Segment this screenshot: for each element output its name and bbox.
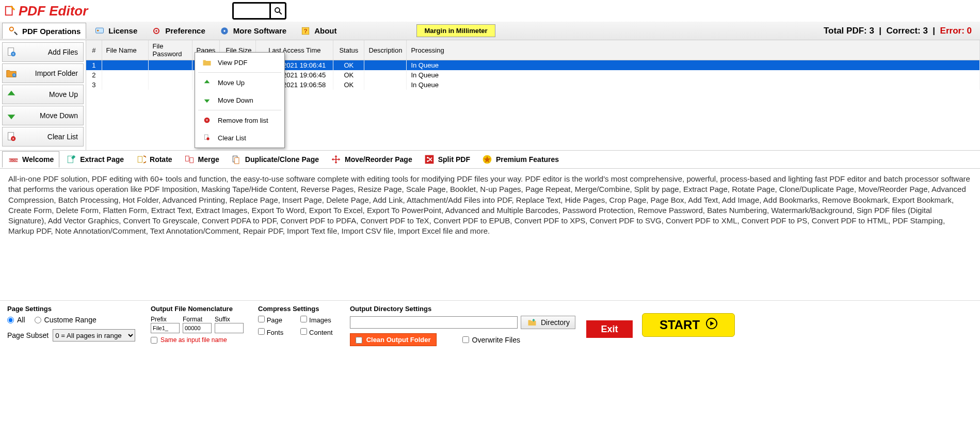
exit-button[interactable]: Exit <box>586 320 633 338</box>
chk-content[interactable]: Content <box>300 328 341 336</box>
svg-point-1 <box>275 8 280 12</box>
svg-rect-31 <box>235 158 239 164</box>
subset-select[interactable]: 0 = All pages in range <box>53 329 135 342</box>
directory-button[interactable]: Directory <box>521 316 575 329</box>
bottom-panel: Page Settings All Custome Range Page Sub… <box>0 300 980 350</box>
tab-premium[interactable]: Premium Features <box>476 152 564 167</box>
split-icon <box>424 154 435 165</box>
menu-pdf-operations[interactable]: PDF Operations <box>2 23 86 39</box>
suffix-input[interactable] <box>215 323 244 333</box>
radio-all[interactable]: All <box>7 316 25 324</box>
pdf-editor-icon <box>4 5 15 17</box>
svg-text:+: + <box>12 52 14 57</box>
ctx-move-down[interactable]: Move Down <box>196 91 283 109</box>
folder-icon: + <box>6 68 17 79</box>
compress-group: Compress Settings Page Images Fonts Cont… <box>258 305 341 336</box>
chk-page[interactable]: Page <box>258 316 291 324</box>
move-up-button[interactable]: Move Up <box>2 85 84 104</box>
separator <box>198 110 281 110</box>
svg-rect-27 <box>138 156 142 162</box>
add-files-button[interactable]: + Add Files <box>2 42 84 62</box>
svg-rect-4 <box>96 28 104 33</box>
app-logo: PDF Editor <box>4 3 88 19</box>
tab-duplicate[interactable]: Duplicate/Clone Page <box>226 152 324 167</box>
menu-about[interactable]: ? About <box>294 23 342 39</box>
svg-point-7 <box>156 30 157 31</box>
same-as-input-checkbox[interactable] <box>151 337 157 344</box>
subset-label: Page Subset <box>7 331 49 339</box>
svg-text:×: × <box>12 137 14 141</box>
menu-license[interactable]: License <box>88 23 143 39</box>
separator <box>198 72 281 73</box>
nomenclature-title: Output File Nomenclature <box>151 305 249 313</box>
menu-more-software[interactable]: More Software <box>213 23 292 39</box>
app-title: PDF Editor <box>19 3 88 19</box>
view-pdf-icon <box>201 57 213 68</box>
ctx-clear[interactable]: Clear List <box>196 129 283 147</box>
down-arrow-icon <box>6 110 17 121</box>
premium-icon <box>481 154 493 165</box>
svg-point-9 <box>223 30 225 31</box>
ctx-remove[interactable]: × Remove from list <box>196 111 283 129</box>
clear-list-button[interactable]: × Clear List <box>2 127 84 147</box>
svg-rect-28 <box>185 156 189 161</box>
menu-preference[interactable]: Preference <box>145 23 211 39</box>
menu-label: PDF Operations <box>22 27 81 36</box>
col-filename[interactable]: File Name <box>102 40 148 60</box>
search-icon <box>272 5 284 17</box>
overwrite-checkbox[interactable]: Overwrite Files <box>462 336 520 344</box>
rotate-icon <box>135 154 147 165</box>
move-down-button[interactable]: Move Down <box>2 106 84 125</box>
search-input[interactable] <box>234 4 269 18</box>
prefix-input[interactable] <box>151 323 180 333</box>
svg-text:×: × <box>205 118 208 123</box>
import-folder-button[interactable]: + Import Folder <box>2 63 84 83</box>
tabs: WELCOME Welcome Extract Page Rotate Merg… <box>0 150 980 169</box>
svg-point-34 <box>427 160 428 162</box>
menu-bar: PDF Operations License Preference More S… <box>0 22 980 40</box>
output-dir-group: Output Directory Settings Directory Clea… <box>350 305 577 346</box>
compress-title: Compress Settings <box>258 305 341 313</box>
format-input[interactable] <box>183 323 212 333</box>
tab-extract-page[interactable]: Extract Page <box>60 152 129 167</box>
tab-split[interactable]: Split PDF <box>419 152 475 167</box>
chk-images[interactable]: Images <box>300 316 341 324</box>
start-button[interactable]: START <box>642 313 735 337</box>
clean-output-checkbox[interactable] <box>356 337 362 344</box>
play-icon <box>706 318 717 332</box>
svg-point-23 <box>206 137 209 140</box>
menu-label: About <box>314 26 336 35</box>
about-icon: ? <box>300 25 311 37</box>
tab-move-reorder[interactable]: Move/Reorder Page <box>325 152 417 167</box>
move-icon <box>330 154 342 165</box>
menu-label: License <box>108 26 137 35</box>
gear-icon <box>151 25 162 37</box>
duplicate-icon <box>231 154 242 165</box>
tab-merge[interactable]: Merge <box>179 152 224 167</box>
add-file-icon: + <box>6 46 17 58</box>
col-processing[interactable]: Processing <box>407 40 980 60</box>
output-dir-title: Output Directory Settings <box>350 305 577 313</box>
ctx-move-up[interactable]: Move Up <box>196 74 283 91</box>
svg-point-33 <box>427 157 428 158</box>
col-status[interactable]: Status <box>333 40 364 60</box>
extract-icon <box>66 154 77 165</box>
ctx-view-pdf[interactable]: View PDF <box>196 54 283 71</box>
clear-icon: × <box>6 131 17 142</box>
search-button[interactable] <box>269 4 285 18</box>
radio-custom[interactable]: Custome Range <box>35 316 97 324</box>
col-index[interactable]: # <box>86 40 102 60</box>
clear-icon <box>201 132 213 143</box>
tab-rotate[interactable]: Rotate <box>130 152 178 167</box>
stats-bar: Total PDF: 3 | Correct: 3 | Error: 0 <box>824 26 978 36</box>
nomenclature-group: Output File Nomenclature Prefix Format S… <box>151 305 249 344</box>
output-dir-input[interactable] <box>350 316 518 329</box>
col-description[interactable]: Description <box>364 40 407 60</box>
context-menu: View PDF Move Up Move Down × Remove from… <box>195 52 285 148</box>
col-password[interactable]: File Password <box>148 40 192 60</box>
clean-output-button[interactable]: Clean Output Folder <box>350 333 437 346</box>
merge-icon <box>184 154 195 165</box>
tab-welcome[interactable]: WELCOME Welcome <box>2 151 59 168</box>
license-icon <box>94 25 105 37</box>
chk-fonts[interactable]: Fonts <box>258 328 291 336</box>
